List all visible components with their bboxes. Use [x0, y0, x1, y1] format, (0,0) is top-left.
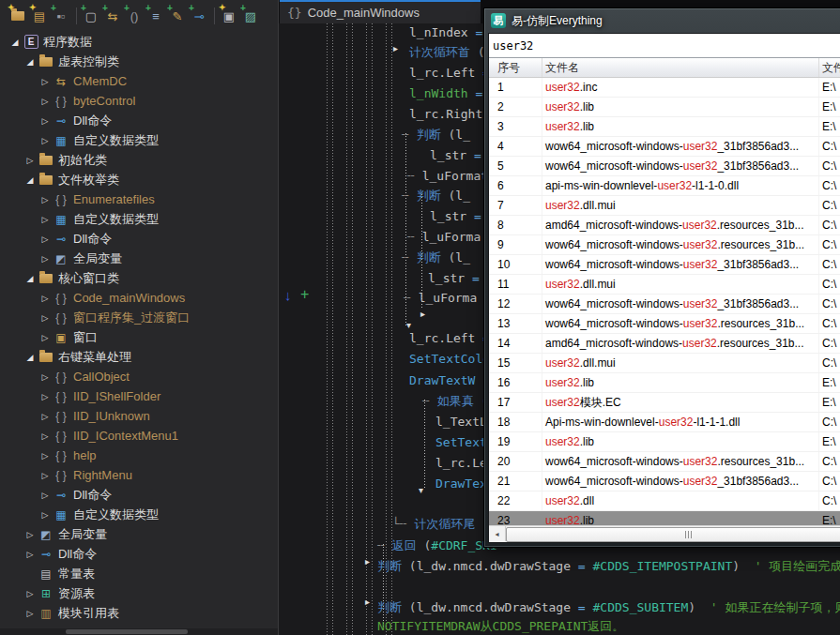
- tree-item[interactable]: ◢右键菜单处理: [0, 347, 278, 367]
- tree-item[interactable]: ▷{ }byteControl: [0, 91, 278, 111]
- collapsed-arrow-icon[interactable]: ▷: [38, 77, 53, 86]
- collapsed-arrow-icon[interactable]: ▷: [38, 451, 53, 461]
- tree-item[interactable]: ▷{ }窗口程序集_过渡窗口: [0, 308, 278, 327]
- collapsed-arrow-icon[interactable]: ▷: [38, 372, 53, 382]
- result-row[interactable]: 2user32.libE:\: [489, 98, 840, 117]
- expanded-arrow-icon[interactable]: ◢: [23, 57, 38, 67]
- tree-item[interactable]: ◢核心窗口类: [0, 268, 278, 288]
- tree-item[interactable]: ▷{ }IID_IContextMenu1: [0, 426, 278, 446]
- tree-item[interactable]: ▷{ }IID_IUnknown: [0, 406, 278, 426]
- window-titlebar[interactable]: 易 易-仿制Everything: [488, 8, 840, 33]
- add-dll-command-button[interactable]: ⊸+: [189, 6, 209, 26]
- tree-item[interactable]: ▷{ }CallObject: [0, 367, 278, 386]
- tree-item[interactable]: ▤常量表: [0, 564, 278, 583]
- expanded-arrow-icon[interactable]: ◢: [23, 274, 38, 283]
- expanded-arrow-icon[interactable]: ◢: [23, 175, 38, 185]
- result-row[interactable]: 16user32.libE:\: [489, 373, 840, 393]
- result-row[interactable]: 15user32.dll.muiC:\: [489, 354, 840, 373]
- column-header-filepath[interactable]: 文件路径: [819, 58, 840, 77]
- new-program-set-button[interactable]: ▤✦: [29, 6, 50, 26]
- results-horizontal-scrollbar[interactable]: ◂: [489, 525, 840, 542]
- result-row[interactable]: 20wow64_microsoft-windows-user32.resourc…: [489, 452, 840, 472]
- result-row[interactable]: 21wow64_microsoft-windows-user32_31bf385…: [489, 472, 840, 491]
- add-module-button[interactable]: ▪▫+: [51, 6, 71, 26]
- result-row[interactable]: 19user32.libE:\: [489, 432, 840, 452]
- tree-item[interactable]: ▷▦自定义数据类型: [0, 209, 278, 229]
- tree-item[interactable]: ▷▦自定义数据类型: [0, 505, 278, 524]
- new-source-file-button[interactable]: ✦: [8, 6, 28, 26]
- collapsed-arrow-icon[interactable]: ▷: [23, 589, 38, 598]
- tree-item[interactable]: ◢E程序数据: [0, 32, 278, 52]
- expanded-arrow-icon[interactable]: ◢: [23, 353, 38, 362]
- add-component-button[interactable]: ≡+: [145, 6, 166, 26]
- add-program-set-button[interactable]: ()+: [124, 6, 145, 26]
- tab-code-mainwindows[interactable]: {} Code_mainWindows: [280, 0, 481, 23]
- result-row[interactable]: 4wow64_microsoft-windows-user32_31bf3856…: [489, 137, 840, 157]
- result-row[interactable]: 8amd64_microsoft-windows-user32.resource…: [489, 216, 840, 235]
- collapsed-arrow-icon[interactable]: ▷: [38, 195, 53, 204]
- tree-item[interactable]: ▷{ }Enumeratefiles: [0, 189, 278, 209]
- tree-item[interactable]: ▷▣窗口: [0, 327, 278, 347]
- tree-item[interactable]: ▷初始化类: [0, 150, 278, 170]
- collapsed-arrow-icon[interactable]: ▷: [38, 97, 53, 106]
- expanded-arrow-icon[interactable]: ◢: [8, 38, 23, 47]
- collapsed-arrow-icon[interactable]: ▷: [38, 313, 53, 323]
- result-row[interactable]: 3user32.libE:\: [489, 117, 840, 137]
- result-row[interactable]: 5wow64_microsoft-windows-user32_31bf3856…: [489, 157, 840, 176]
- result-row[interactable]: 18Api-ms-win-downlevel-user32-l1-1-1.dll…: [489, 413, 840, 432]
- tree-item[interactable]: ▷⊸Dll命令: [0, 485, 278, 505]
- scrollbar-thumb[interactable]: [66, 629, 188, 634]
- result-row[interactable]: 12wow64_microsoft-windows-user32_31bf385…: [489, 295, 840, 314]
- collapsed-arrow-icon[interactable]: ▷: [38, 215, 53, 224]
- collapsed-arrow-icon[interactable]: ▷: [23, 609, 38, 618]
- result-row[interactable]: 9wow64_microsoft-windows-user32.resource…: [489, 235, 840, 255]
- collapsed-arrow-icon[interactable]: ▷: [38, 412, 53, 421]
- tree-item[interactable]: ▷▥模块引用表: [0, 603, 278, 623]
- collapsed-arrow-icon[interactable]: ▷: [23, 156, 38, 165]
- tree-item[interactable]: ▷⇆CMemDC: [0, 71, 278, 91]
- scrollbar-thumb[interactable]: [506, 527, 840, 542]
- collapsed-arrow-icon[interactable]: ▷: [38, 234, 53, 244]
- add-method-button[interactable]: ✎+: [167, 6, 188, 26]
- column-header-index[interactable]: 序号: [489, 58, 542, 77]
- tree-item[interactable]: ▷⊞资源表: [0, 583, 278, 603]
- tree-item[interactable]: ▷▦自定义数据类型: [0, 130, 278, 150]
- result-row[interactable]: 17user32模块.ECE:\: [489, 393, 840, 413]
- tree-item[interactable]: ◢文件枚举类: [0, 170, 278, 189]
- collapsed-arrow-icon[interactable]: ▷: [38, 392, 53, 401]
- column-header-filename[interactable]: 文件名: [542, 58, 819, 77]
- tree-horizontal-scrollbar[interactable]: [0, 628, 278, 635]
- tree-item[interactable]: ▷◩全局变量: [0, 249, 278, 268]
- tree-item[interactable]: ▷{ }IID_IShellFolder: [0, 386, 278, 406]
- result-row[interactable]: 13wow64_microsoft-windows-user32.resourc…: [489, 314, 840, 334]
- collapsed-arrow-icon[interactable]: ▷: [38, 471, 53, 480]
- result-row[interactable]: 14amd64_microsoft-windows-user32.resourc…: [489, 334, 840, 354]
- tree-item[interactable]: ▷⊸Dll命令: [0, 229, 278, 249]
- collapsed-arrow-icon[interactable]: ▷: [38, 510, 53, 520]
- collapsed-arrow-icon[interactable]: ▷: [38, 254, 53, 264]
- result-row[interactable]: 23user32.libE:\: [489, 511, 840, 525]
- tree-item[interactable]: ◢虚表控制类: [0, 52, 278, 71]
- result-row[interactable]: 22user32.dllC:\: [489, 491, 840, 511]
- collapsed-arrow-icon[interactable]: ▷: [23, 550, 38, 559]
- add-class-button[interactable]: ⇆+: [102, 6, 123, 26]
- result-row[interactable]: 1user32.incE:\: [489, 78, 840, 98]
- tree-item[interactable]: ▷{ }help: [0, 446, 278, 465]
- collapsed-arrow-icon[interactable]: ▷: [38, 294, 53, 303]
- result-row[interactable]: 10wow64_microsoft-windows-user32_31bf385…: [489, 255, 840, 275]
- tree-item[interactable]: ▷{ }RightMenu: [0, 465, 278, 485]
- collapsed-arrow-icon[interactable]: ▷: [38, 136, 53, 145]
- collapsed-arrow-icon[interactable]: ▷: [38, 431, 53, 441]
- result-row[interactable]: 11user32.dll.muiC:\: [489, 275, 840, 295]
- tree-item[interactable]: ▷⊸Dll命令: [0, 111, 278, 130]
- collapsed-arrow-icon[interactable]: ▷: [38, 491, 53, 500]
- add-image-resource-button[interactable]: ▨+: [240, 6, 261, 26]
- tree-item[interactable]: ▷⊸Dll命令: [0, 544, 278, 564]
- tree-item[interactable]: ▷{ }Code_mainWindows: [0, 288, 278, 308]
- scroll-left-button[interactable]: ◂: [489, 526, 506, 541]
- search-input[interactable]: [489, 34, 840, 58]
- collapsed-arrow-icon[interactable]: ▷: [38, 116, 53, 126]
- tree-item[interactable]: ▷◩全局变量: [0, 524, 278, 544]
- collapsed-arrow-icon[interactable]: ▷: [38, 333, 53, 342]
- collapsed-arrow-icon[interactable]: ▷: [23, 530, 38, 539]
